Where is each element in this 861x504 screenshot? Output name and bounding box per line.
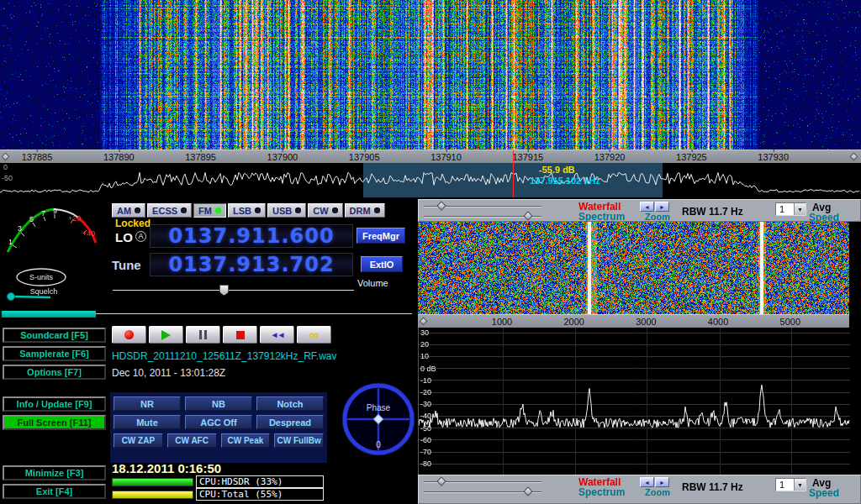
recording-file-name: HDSDR_20111210_125611Z_137912kHz_RF.wav [112,350,337,362]
zoom-label: Zoom [645,487,670,497]
cursor-frequency-readout: 137.915.102 kHz [530,176,600,186]
spectrum-label[interactable]: Spectrum [578,211,625,223]
rewind-button[interactable]: ◄◄ [260,326,294,344]
volume-track [113,290,354,291]
meter-needle [13,297,50,297]
svg-text:5: 5 [29,215,34,223]
mode-fm-button[interactable]: FM [193,203,226,218]
frequency-tick-label: 137920 [594,152,626,162]
nr-button[interactable]: NR [114,396,181,411]
main-waterfall-display[interactable] [0,0,861,150]
zoom-out-button[interactable]: ◄ [640,477,654,487]
zoom-in-button[interactable]: ► [655,202,669,212]
slider-handle[interactable] [524,211,533,220]
hz-tick-label: 3000 [636,317,656,327]
svg-text:+20: +20 [68,214,81,223]
frequency-tick-label: 137900 [267,152,298,162]
audio-frequency-scale[interactable]: 10002000300040005000 [418,314,849,328]
volume-handle[interactable] [219,285,229,296]
hz-tick-label: 4000 [708,317,728,327]
cw-afc-button[interactable]: CW AFC [167,433,217,448]
extio-button[interactable]: ExtIO [361,256,403,272]
pause-icon [199,330,207,339]
hz-tick-label: 5000 [780,317,800,327]
chevron-down-icon[interactable]: ▼ [794,203,806,215]
svg-text:7: 7 [41,209,45,218]
progress-fill [2,311,96,318]
cw-peak-button[interactable]: CW Peak [221,433,271,448]
speed-select[interactable]: 1▼ [775,202,806,216]
cw-zap-button[interactable]: CW ZAP [114,433,163,448]
volume-slider[interactable] [113,285,354,296]
mode-usb-button[interactable]: USB [267,203,306,218]
recording-file-date: Dec 10, 2011 - 13:01:28Z [112,367,225,379]
options-button[interactable]: Options [F7] [3,365,106,380]
zoom-label: Zoom [645,212,670,222]
waterfall-control-bar-bottom: Waterfall Spectrum ◄► Zoom RBW 11.7 Hz 1… [418,475,861,504]
spectrum-gain-slider[interactable] [424,488,541,496]
play-button[interactable] [149,326,183,344]
minimize-button[interactable]: Minimize [F3] [3,465,106,480]
spectrum-gain-slider[interactable] [424,213,541,220]
spectrum-label[interactable]: Spectrum [578,486,625,498]
frequency-scale[interactable]: 1378851378901378951379001379051379101379… [0,150,861,163]
tune-frequency-display[interactable]: 0137.913.702 [150,253,353,276]
notch-button[interactable]: Notch [256,396,324,411]
playback-position-slider[interactable] [2,311,412,318]
soundcard-button[interactable]: Soundcard [F5] [3,328,106,343]
lo-frequency-display[interactable]: 0137.911.600 [150,224,353,248]
speed-select[interactable]: 1▼ [775,478,806,491]
full-screen-button[interactable]: Full Screen [F11] [3,415,106,430]
despread-button[interactable]: Despread [256,415,324,429]
axis-handle[interactable] [420,318,428,326]
mode-lsb-button[interactable]: LSB [228,203,266,218]
stop-icon [236,331,245,339]
pause-button[interactable] [186,326,220,344]
cpu-hdsdr-readout: CPU:HDSDR (33%) [196,475,324,488]
samplerate-button[interactable]: Samplerate [F6] [3,346,106,361]
strip-axis-label: 0 [3,163,8,171]
scale-handle-left[interactable] [2,153,10,161]
mute-button[interactable]: Mute [114,415,181,429]
stop-button[interactable] [223,326,257,344]
mode-led-icon [135,207,140,213]
playback-controls: ◄◄ ∞ [112,326,331,344]
chevron-down-icon[interactable]: ▼ [794,479,806,491]
frequency-tick-label: 137925 [676,152,707,162]
zoom-in-button[interactable]: ► [655,477,669,487]
slider-handle[interactable] [524,486,533,496]
cpu-hdsdr-bar [112,478,193,486]
cw-fullbw-button[interactable]: CW FullBw [274,433,324,448]
s-meter[interactable]: 1 3 5 7 9 +20 +40 S-units Squelch [2,200,108,307]
record-button[interactable] [112,326,146,344]
agc-off-button[interactable]: AGC Off [185,415,252,429]
zoom-out-button[interactable]: ◄ [640,202,654,212]
scale-handle-right[interactable] [850,153,858,161]
mode-led-icon [181,207,187,213]
mode-led-icon [215,207,221,213]
loop-button[interactable]: ∞ [297,326,331,344]
cpu-total-readout: CPU:Total (55%) [196,488,324,501]
nb-button[interactable]: NB [185,396,252,411]
audio-spectrum-display[interactable] [418,328,850,475]
clock-readout: 18.12.2011 0:16:50 [112,461,221,475]
mode-cw-button[interactable]: CW [308,203,342,218]
freqmgr-button[interactable]: FreqMgr [357,228,405,244]
info-update-button[interactable]: Info / Update [F9] [3,396,106,412]
exit-button[interactable]: Exit [F4] [3,484,106,499]
slider-handle[interactable] [436,201,446,210]
mode-ecss-button[interactable]: ECSS [147,203,192,218]
waterfall-gain-slider[interactable] [424,202,541,210]
frequency-tick-label: 137905 [349,152,380,162]
svg-text:+40: +40 [82,229,95,238]
record-icon [124,330,134,339]
mode-am-button[interactable]: AM [112,203,145,218]
waterfall-gain-slider[interactable] [424,478,541,486]
phase-label: Phase [367,403,391,412]
audio-waterfall-display[interactable] [418,222,849,314]
slider-handle[interactable] [436,476,446,486]
mode-drm-button[interactable]: DRM [345,203,385,218]
phase-dial[interactable]: Phase 0 [342,380,415,459]
main-spectrum-display[interactable] [0,163,861,197]
lo-lock-badge[interactable]: A [135,231,146,242]
